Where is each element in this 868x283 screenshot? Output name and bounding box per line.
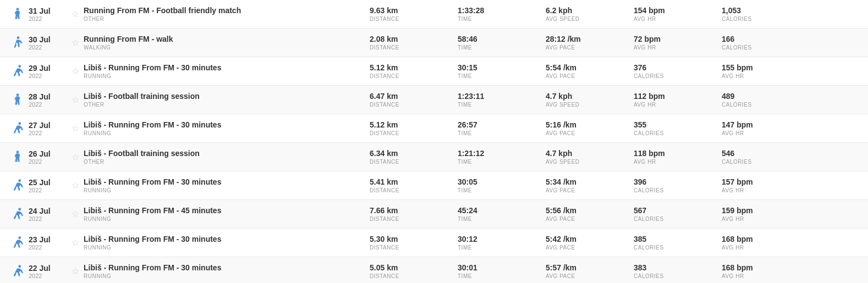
stat2-value: 58:46	[458, 35, 546, 43]
stat3-label: AVG PACE	[546, 73, 634, 79]
activity-row[interactable]: 31 Jul 2022 ☆ Running From FM - Football…	[0, 0, 868, 29]
stat3-label: AVG PACE	[546, 187, 634, 193]
activity-stat-3: 5:54 /km AVG PACE	[546, 63, 634, 79]
activity-row[interactable]: 25 Jul 2022 ☆ Libiš - Running From FM - …	[0, 171, 868, 200]
favorite-star[interactable]: ☆	[67, 180, 84, 191]
stat5-label: AVG HR	[722, 130, 810, 136]
stat5-label: AVG HR	[722, 73, 810, 79]
svg-point-3	[17, 93, 19, 96]
activity-date: 30 Jul 2022	[29, 35, 67, 51]
activity-type-label: OTHER	[84, 16, 370, 22]
activity-date-year: 2022	[29, 130, 42, 136]
stat5-label: CALORIES	[722, 16, 810, 22]
stat5-label: AVG HR	[722, 245, 810, 251]
stat2-label: TIME	[458, 187, 546, 193]
activity-stat-4: 154 bpm AVG HR	[634, 6, 722, 22]
favorite-star[interactable]: ☆	[67, 37, 84, 48]
activity-date-year: 2022	[29, 215, 42, 222]
activity-row[interactable]: 22 Jul 2022 ☆ Libiš - Running From FM - …	[0, 257, 868, 283]
stat2-label: TIME	[458, 273, 546, 279]
activity-stat-5: 147 bpm AVG HR	[722, 120, 810, 136]
stat3-label: AVG PACE	[546, 130, 634, 136]
activity-stat-2: 30:12 TIME	[458, 235, 546, 251]
stat4-value: 112 bpm	[634, 92, 722, 101]
activity-stat-4: 355 CALORIES	[634, 120, 722, 136]
activity-stat-4: 72 bpm AVG HR	[634, 35, 722, 51]
activity-title[interactable]: Libiš - Running From FM - 30 minutes	[84, 177, 370, 186]
stat1-value: 9.63 km	[370, 6, 458, 15]
stat3-label: AVG PACE	[546, 273, 634, 279]
favorite-star[interactable]: ☆	[67, 237, 84, 248]
svg-point-4	[18, 122, 21, 125]
stat4-label: CALORIES	[634, 73, 722, 79]
favorite-star[interactable]: ☆	[67, 9, 84, 19]
activity-title[interactable]: Libiš - Running From FM - 30 minutes	[84, 263, 370, 272]
favorite-star[interactable]: ☆	[67, 209, 84, 219]
activity-title[interactable]: Libiš - Football training session	[84, 92, 370, 101]
activity-stat-2: 45:24 TIME	[458, 206, 546, 222]
stat2-value: 30:05	[458, 177, 546, 186]
activity-title[interactable]: Libiš - Running From FM - 30 minutes	[84, 120, 370, 129]
activity-stat-2: 1:21:12 TIME	[458, 149, 546, 165]
stat4-label: AVG HR	[634, 45, 722, 51]
activity-stat-4: 567 CALORIES	[634, 206, 722, 222]
svg-point-6	[18, 179, 21, 182]
favorite-star[interactable]: ☆	[67, 266, 84, 276]
activity-stat-1: 5.41 km DISTANCE	[370, 177, 458, 193]
stat2-value: 30:12	[458, 235, 546, 243]
favorite-star[interactable]: ☆	[67, 152, 84, 162]
stat4-value: 383	[634, 263, 722, 272]
activity-date: 22 Jul 2022	[29, 264, 67, 279]
activity-stat-5: 1,053 CALORIES	[722, 6, 810, 22]
stat5-label: AVG HR	[722, 273, 810, 279]
stat5-value: 157 bpm	[722, 177, 810, 186]
svg-point-7	[18, 208, 21, 210]
activity-row[interactable]: 24 Jul 2022 ☆ Libiš - Running From FM - …	[0, 200, 868, 229]
svg-point-0	[17, 8, 19, 10]
activity-row[interactable]: 30 Jul 2022 ☆ Running From FM - walk WAL…	[0, 29, 868, 57]
stat1-value: 7.66 km	[370, 206, 458, 215]
activity-title[interactable]: Libiš - Running From FM - 30 minutes	[84, 63, 370, 72]
activity-title[interactable]: Libiš - Running From FM - 45 minutes	[84, 206, 370, 215]
activity-date-year: 2022	[29, 15, 42, 22]
favorite-star[interactable]: ☆	[67, 123, 84, 134]
activity-title[interactable]: Libiš - Running From FM - 30 minutes	[84, 235, 370, 243]
activity-type-label: RUNNING	[84, 187, 370, 193]
stat1-value: 6.47 km	[370, 92, 458, 101]
stat5-label: AVG HR	[722, 187, 810, 193]
favorite-star[interactable]: ☆	[67, 66, 84, 76]
activity-name-col: Running From FM - Football friendly matc…	[84, 6, 370, 22]
activity-row[interactable]: 26 Jul 2022 ☆ Libiš - Football training …	[0, 143, 868, 171]
stat2-value: 1:33:28	[458, 6, 546, 15]
favorite-star[interactable]: ☆	[67, 95, 84, 105]
activity-name-col: Libiš - Running From FM - 30 minutes RUN…	[84, 263, 370, 279]
activity-row[interactable]: 27 Jul 2022 ☆ Libiš - Running From FM - …	[0, 114, 868, 143]
stat4-label: AVG HR	[634, 159, 722, 165]
activity-name-col: Libiš - Running From FM - 30 minutes RUN…	[84, 120, 370, 136]
activity-title[interactable]: Running From FM - Football friendly matc…	[84, 6, 370, 15]
stat5-value: 168 bpm	[722, 235, 810, 243]
activity-date-main: 30 Jul	[29, 35, 51, 44]
activity-date: 26 Jul 2022	[29, 149, 67, 165]
activity-stat-5: 168 bpm AVG HR	[722, 235, 810, 251]
stat5-value: 489	[722, 92, 810, 101]
activity-row[interactable]: 29 Jul 2022 ☆ Libiš - Running From FM - …	[0, 57, 868, 86]
activity-title[interactable]: Running From FM - walk	[84, 35, 370, 43]
activity-stat-1: 5.30 km DISTANCE	[370, 235, 458, 251]
activity-row[interactable]: 28 Jul 2022 ☆ Libiš - Football training …	[0, 86, 868, 114]
stat1-label: DISTANCE	[370, 216, 458, 222]
activity-name-col: Libiš - Football training session OTHER	[84, 149, 370, 165]
stat1-label: DISTANCE	[370, 245, 458, 251]
stat2-label: TIME	[458, 102, 546, 108]
stat1-value: 5.12 km	[370, 120, 458, 129]
stat1-label: DISTANCE	[370, 273, 458, 279]
activity-stat-3: 4.7 kph AVG SPEED	[546, 92, 634, 108]
activity-row[interactable]: 23 Jul 2022 ☆ Libiš - Running From FM - …	[0, 229, 868, 257]
stat4-value: 396	[634, 177, 722, 186]
activity-stat-2: 30:05 TIME	[458, 177, 546, 193]
activity-stat-2: 30:15 TIME	[458, 63, 546, 79]
stat4-value: 385	[634, 235, 722, 243]
stat1-label: DISTANCE	[370, 159, 458, 165]
activity-title[interactable]: Libiš - Football training session	[84, 149, 370, 158]
stat1-value: 6.34 km	[370, 149, 458, 158]
